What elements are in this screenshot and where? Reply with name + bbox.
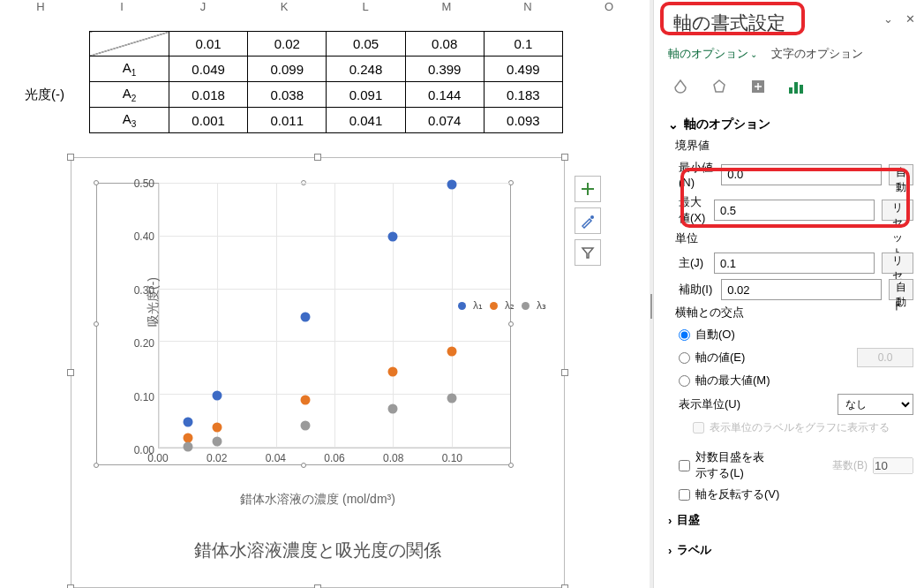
data-point[interactable]	[300, 395, 310, 404]
bounds-label: 境界値	[668, 136, 913, 157]
data-point[interactable]	[213, 437, 222, 447]
units-label: 単位	[668, 229, 913, 250]
minor-unit-input[interactable]	[721, 279, 882, 300]
cross-label: 横軸との交点	[668, 303, 913, 324]
chart-elements-button[interactable]	[575, 176, 601, 202]
svg-marker-3	[714, 80, 725, 92]
reverse-axis-checkbox[interactable]	[679, 489, 690, 501]
minor-unit-auto-button[interactable]: 自動	[889, 279, 913, 300]
column-header[interactable]: L	[325, 0, 406, 18]
data-point[interactable]	[184, 417, 193, 426]
chart-styles-button[interactable]	[575, 207, 601, 234]
section-labels[interactable]: ›ラベル	[668, 535, 913, 565]
chart-legend[interactable]: λ₁λ₂λ₃	[458, 299, 546, 312]
min-auto-button[interactable]: 自動	[889, 164, 913, 185]
data-point[interactable]	[447, 346, 456, 356]
chart-title[interactable]: 錯体水溶液濃度と吸光度の関係	[71, 539, 564, 562]
column-header[interactable]: M	[406, 0, 487, 18]
min-input[interactable]	[721, 164, 882, 185]
tab-axis-options[interactable]: 軸のオプション⌄	[668, 46, 757, 62]
svg-point-2	[590, 215, 594, 219]
cross-max-radio[interactable]	[679, 375, 690, 387]
log-base-input	[873, 457, 913, 474]
max-input[interactable]	[714, 200, 875, 221]
chart-object[interactable]: 吸光度(-) 0.000.020.040.060.080.100.000.100…	[71, 157, 565, 588]
data-point[interactable]	[184, 442, 193, 452]
svg-rect-7	[800, 85, 803, 94]
row-header-ylabel: 光度(-)	[0, 57, 89, 133]
column-header[interactable]: J	[162, 0, 244, 18]
cross-auto-radio[interactable]	[679, 329, 690, 341]
column-header[interactable]: O	[568, 0, 650, 18]
x-axis-title[interactable]: 錯体水溶液の濃度 (mol/dm³)	[71, 492, 564, 508]
fill-line-icon[interactable]	[668, 74, 693, 99]
min-label: 最小値(N)	[679, 160, 714, 189]
panel-dropdown-icon[interactable]: ⌄	[883, 12, 893, 26]
major-unit-label: 主(J)	[679, 255, 707, 271]
display-unit-label-checkbox	[693, 422, 704, 433]
cross-value-radio[interactable]	[679, 352, 690, 364]
max-label: 最大値(X)	[679, 194, 707, 226]
display-unit-select[interactable]: なし	[838, 394, 913, 415]
data-point[interactable]	[300, 312, 310, 321]
column-header[interactable]: I	[81, 0, 162, 18]
column-header[interactable]: H	[0, 0, 81, 18]
svg-rect-5	[789, 87, 793, 94]
svg-rect-6	[794, 82, 798, 94]
plot-area[interactable]: 吸光度(-) 0.000.020.040.060.080.100.000.100…	[96, 183, 511, 465]
section-tick-marks[interactable]: ›目盛	[668, 505, 913, 535]
major-unit-input[interactable]	[714, 253, 875, 274]
log-scale-checkbox[interactable]	[679, 460, 690, 471]
data-point[interactable]	[388, 366, 398, 376]
data-point[interactable]	[300, 421, 310, 431]
data-point[interactable]	[213, 423, 222, 433]
major-unit-reset-button[interactable]: リセット	[882, 253, 913, 274]
data-point[interactable]	[388, 232, 398, 242]
data-table[interactable]: 0.01 0.02 0.05 0.08 0.1 光度(-) A1 0.0490.…	[0, 31, 563, 133]
data-point[interactable]	[447, 179, 456, 189]
data-point[interactable]	[447, 394, 456, 403]
data-point[interactable]	[388, 403, 398, 413]
column-header[interactable]: K	[244, 0, 325, 18]
column-header[interactable]: N	[487, 0, 568, 18]
effects-icon[interactable]	[707, 74, 732, 99]
axis-options-icon[interactable]	[785, 74, 809, 99]
max-reset-button[interactable]: リセット	[882, 200, 913, 221]
tab-text-options[interactable]: 文字のオプション	[771, 46, 863, 62]
panel-close-icon[interactable]: ✕	[905, 12, 915, 26]
size-properties-icon[interactable]	[746, 74, 770, 99]
panel-title: 軸の書式設定	[668, 7, 913, 39]
section-axis-options[interactable]: ⌄軸のオプション	[668, 109, 913, 136]
minor-unit-label: 補助(I)	[679, 282, 714, 298]
format-axis-panel: 軸の書式設定 ⌄ ✕ 軸のオプション⌄ 文字のオプション ⌄軸のオプション 境界…	[653, 0, 924, 588]
data-point[interactable]	[213, 390, 222, 400]
chart-filters-button[interactable]	[575, 239, 601, 266]
display-unit-label: 表示単位(U)	[679, 396, 758, 412]
